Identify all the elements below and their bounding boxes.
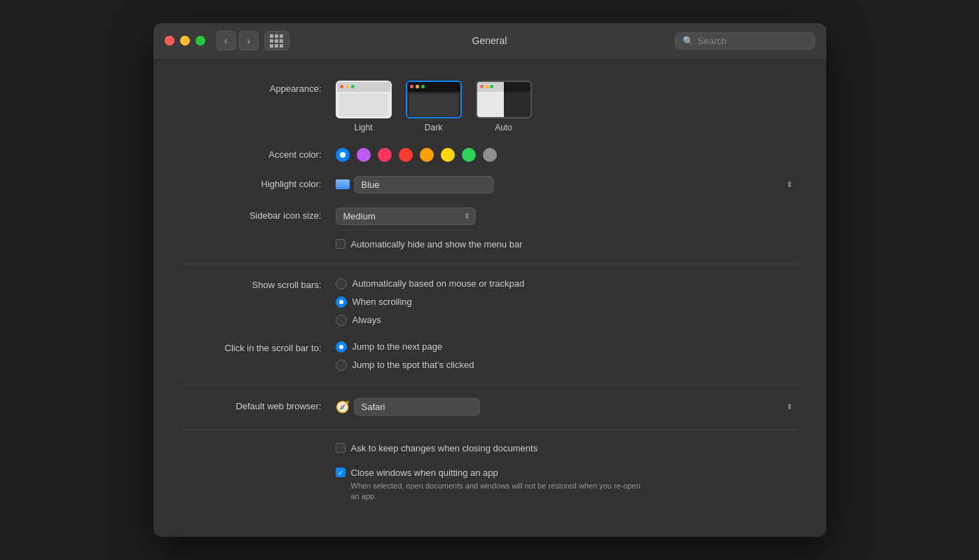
grid-view-button[interactable] [264,31,289,50]
clicked-spot-radio[interactable] [336,360,347,371]
next-page-row[interactable]: Jump to the next page [336,341,798,353]
highlight-swatch [336,179,350,189]
scroll-when-scrolling-label: When scrolling [352,296,412,307]
search-icon: 🔍 [683,36,694,46]
accent-green[interactable] [462,148,476,162]
scroll-auto-radio[interactable] [336,278,347,289]
next-page-radio[interactable] [336,341,347,353]
window-title: General [472,35,507,46]
close-button[interactable] [165,36,174,46]
auto-label: Auto [495,123,512,132]
clicked-spot-label: Jump to the spot that’s clicked [352,360,474,370]
close-docs-text: Ask to keep changes when closing documen… [351,443,538,453]
accent-orange[interactable] [420,148,434,162]
sidebar-icon-size-label: Sidebar icon size: [182,207,336,221]
sidebar-select-wrapper: Small Medium Large [336,207,476,225]
clicked-spot-row[interactable]: Jump to the spot that’s clicked [336,360,798,371]
accent-yellow[interactable] [441,148,455,162]
auto-hide-menu-row[interactable]: Automatically hide and show the menu bar [336,239,798,250]
scroll-always-label: Always [352,315,381,325]
search-input[interactable] [698,36,807,46]
appearance-options: Light Dark [336,81,798,132]
close-windows-row: Close windows when quitting an app When … [182,467,798,503]
auto-hide-control: Automatically hide and show the menu bar [336,239,798,250]
auto-hide-checkbox[interactable] [336,239,345,249]
appearance-control: Light Dark [336,81,798,132]
close-windows-checkbox-row[interactable]: Close windows when quitting an app [336,467,798,478]
appearance-light[interactable]: Light [336,81,392,132]
browser-control: 🧭 Safari Chrome Firefox [336,398,798,416]
browser-label: Default web browser: [182,398,336,411]
next-page-label: Jump to the next page [352,341,443,352]
accent-colors [336,146,798,162]
browser-select[interactable]: Safari Chrome Firefox [354,398,480,416]
grid-icon [270,34,283,48]
click-scroll-label: Click in the scroll bar to: [182,340,336,353]
dark-label: Dark [425,123,442,132]
scroll-bars-control: Automatically based on mouse or trackpad… [336,277,798,326]
scroll-bars-options: Automatically based on mouse or trackpad… [336,277,798,326]
scroll-always-row[interactable]: Always [336,315,798,326]
accent-color-control [336,146,798,162]
scroll-bars-row: Show scroll bars: Automatically based on… [182,277,798,326]
separator-2 [182,385,798,385]
scroll-when-scrolling-radio[interactable] [336,296,347,308]
click-scroll-control: Jump to the next page Jump to the spot t… [336,340,798,371]
close-windows-text: Close windows when quitting an app [351,467,498,478]
click-scroll-row: Click in the scroll bar to: Jump to the … [182,340,798,371]
appearance-label: Appearance: [182,81,336,94]
highlight-color-select[interactable]: Blue Gold Graphite Green Orange Pink Pur… [354,176,494,193]
scroll-auto-label: Automatically based on mouse or trackpad [352,278,525,289]
sidebar-icon-size-control: Small Medium Large [336,207,798,225]
close-docs-checkbox-row[interactable]: Ask to keep changes when closing documen… [336,443,798,453]
accent-purple[interactable] [357,148,371,162]
sidebar-icon-size-row: Sidebar icon size: Small Medium Large [182,207,798,225]
forward-button[interactable]: › [239,31,259,50]
close-windows-checkbox[interactable] [336,467,345,477]
auto-hide-row: Automatically hide and show the menu bar [182,239,798,250]
light-label: Light [354,123,372,132]
accent-pink[interactable] [378,148,392,162]
auto-hide-label [182,239,336,242]
highlight-color-control: Blue Gold Graphite Green Orange Pink Pur… [336,176,798,193]
scroll-auto-row[interactable]: Automatically based on mouse or trackpad [336,278,798,289]
close-windows-label [182,467,336,470]
appearance-dark[interactable]: Dark [406,81,462,132]
content-area: Appearance: Light [153,60,826,538]
browser-select-wrapper: 🧭 Safari Chrome Firefox [336,398,798,416]
highlight-color-row: Highlight color: Blue Gold Graphite Gree… [182,176,798,193]
accent-graphite[interactable] [483,148,497,162]
accent-color-label: Accent color: [182,146,336,160]
back-button[interactable]: ‹ [217,31,236,50]
maximize-button[interactable] [196,36,205,46]
accent-blue[interactable] [336,148,350,162]
appearance-row: Appearance: Light [182,81,798,132]
search-bar: 🔍 [675,32,815,50]
separator-3 [182,430,798,430]
scroll-when-scrolling-row[interactable]: When scrolling [336,296,798,308]
auto-hide-text: Automatically hide and show the menu bar [351,239,523,250]
close-windows-hint: When selected, open documents and window… [351,481,645,503]
browser-row: Default web browser: 🧭 Safari Chrome Fir… [182,398,798,416]
close-windows-control: Close windows when quitting an app When … [336,467,798,503]
titlebar: ‹ › General 🔍 [153,23,826,60]
scroll-bars-label: Show scroll bars: [182,277,336,290]
minimize-button[interactable] [180,36,190,46]
accent-red[interactable] [399,148,413,162]
auto-thumbnail [476,81,532,118]
click-scroll-options: Jump to the next page Jump to the spot t… [336,340,798,371]
safari-icon: 🧭 [336,400,350,414]
scroll-always-radio[interactable] [336,315,347,326]
accent-color-row: Accent color: [182,146,798,162]
appearance-auto[interactable]: Auto [476,81,532,132]
sidebar-icon-size-select[interactable]: Small Medium Large [336,207,476,225]
separator-1 [182,264,798,264]
close-docs-row: Ask to keep changes when closing documen… [182,443,798,453]
dark-thumbnail [406,81,462,118]
traffic-lights [165,36,205,46]
highlight-select-wrapper: Blue Gold Graphite Green Orange Pink Pur… [336,176,798,193]
light-thumbnail [336,81,392,118]
settings-window: ‹ › General 🔍 Appearance: [153,23,826,538]
close-docs-checkbox[interactable] [336,443,345,453]
close-docs-control: Ask to keep changes when closing documen… [336,443,798,453]
